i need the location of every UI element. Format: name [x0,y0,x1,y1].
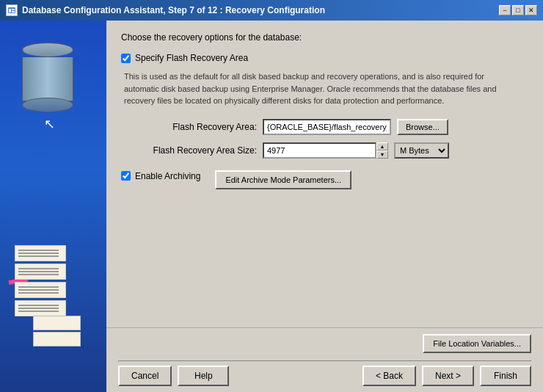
file-location-button[interactable]: File Location Variables... [423,334,531,353]
finish-button[interactable]: Finish [480,366,531,386]
content-area: Choose the recovery options for the data… [106,21,543,327]
documents-icon [15,245,66,319]
svg-rect-3 [12,11,15,12]
cancel-button[interactable]: Cancel [118,366,172,386]
close-button[interactable]: ✕ [525,5,537,15]
file-location-row: File Location Variables... [118,334,531,353]
doc-overlay [33,316,81,348]
fra-size-input[interactable] [263,142,376,159]
content-panel: Choose the recovery options for the data… [106,21,543,392]
browse-button[interactable]: Browse... [397,119,448,135]
cursor-icon: ↖ [44,116,55,132]
database-icon [22,43,73,101]
instruction-text: Choose the recovery options for the data… [121,32,528,43]
fra-row: Flash Recovery Area: Browse... [121,119,528,135]
illustration: ↖ ➔ [0,21,106,392]
archiving-checkbox[interactable] [121,171,131,181]
edit-archive-button[interactable]: Edit Archive Mode Parameters... [215,170,351,189]
svg-rect-2 [12,9,15,10]
fra-input[interactable] [263,119,391,135]
help-button[interactable]: Help [178,366,229,386]
nav-right: < Back Next > Finish [362,366,531,386]
minimize-button[interactable]: − [499,5,511,15]
flash-recovery-checkbox-row: Specify Flash Recovery Area [121,53,528,63]
archiving-checkbox-row: Enable Archiving [121,171,200,181]
title-bar: Database Configuration Assistant, Step 7… [0,0,543,21]
spinner-up-button[interactable]: ▲ [376,142,388,150]
flash-recovery-checkbox-label[interactable]: Specify Flash Recovery Area [135,53,248,63]
size-unit-select[interactable]: M Bytes G Bytes [394,142,449,159]
back-button[interactable]: < Back [362,366,416,386]
window-title: Database Configuration Assistant, Step 7… [22,5,325,15]
nav-left: Cancel Help [118,366,229,386]
archiving-row: Enable Archiving Edit Archive Mode Param… [121,170,528,189]
main-container: ↖ ➔ Choose the recovery options for the … [0,21,543,392]
archiving-checkbox-label[interactable]: Enable Archiving [135,171,200,181]
fra-label: Flash Recovery Area: [121,122,257,132]
next-button[interactable]: Next > [422,366,474,386]
app-icon [6,4,18,16]
svg-rect-1 [9,9,11,12]
window-controls: − □ ✕ [499,5,537,15]
fra-size-row: Flash Recovery Area Size: ▲ ▼ M Bytes G … [121,142,528,159]
nav-row: Cancel Help < Back Next > Finish [118,366,531,386]
fra-size-input-group: ▲ ▼ [263,142,388,159]
illustration-panel: ↖ ➔ [0,21,106,392]
spinner-buttons: ▲ ▼ [376,142,388,159]
bottom-bar: File Location Variables... Cancel Help <… [106,327,543,392]
maximize-button[interactable]: □ [512,5,524,15]
description-text: This is used as the default for all disk… [124,70,513,107]
separator [118,360,531,361]
fra-size-label: Flash Recovery Area Size: [121,145,257,156]
spinner-down-button[interactable]: ▼ [376,150,388,159]
flash-recovery-checkbox[interactable] [121,54,131,63]
